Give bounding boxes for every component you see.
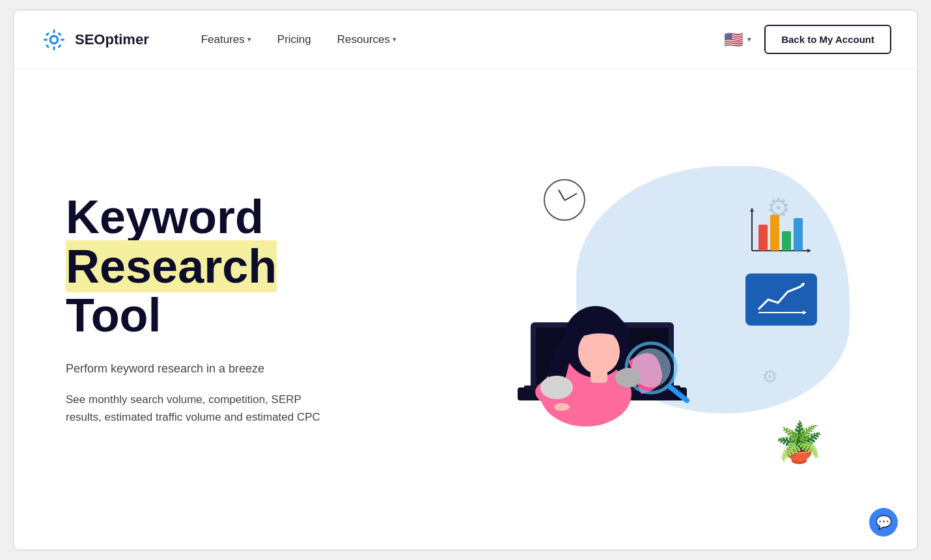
svg-rect-7 [57, 44, 61, 48]
svg-point-1 [51, 37, 57, 42]
logo-link[interactable]: SEOptimer [40, 25, 149, 54]
logo-text: SEOptimer [75, 31, 149, 48]
svg-rect-9 [46, 44, 49, 48]
svg-rect-16 [782, 231, 791, 251]
hero-description: See monthly search volume, competition, … [66, 391, 326, 426]
svg-rect-27 [591, 370, 607, 383]
svg-rect-17 [794, 218, 803, 251]
language-selector[interactable]: 🇺🇸 ▾ [724, 31, 751, 49]
language-chevron-icon: ▾ [747, 35, 751, 44]
svg-rect-6 [46, 32, 49, 36]
svg-rect-3 [53, 46, 55, 50]
svg-rect-15 [770, 215, 779, 251]
plant-icon: 🪴 [775, 419, 824, 466]
chat-bubble-button[interactable]: 💬 [869, 508, 898, 537]
nav-links: Features ▾ Pricing Resources ▾ [201, 33, 396, 46]
features-chevron-icon: ▾ [247, 35, 251, 44]
trend-chart-icon [745, 273, 817, 326]
svg-rect-2 [53, 29, 55, 33]
svg-point-26 [578, 329, 620, 374]
svg-rect-5 [61, 38, 64, 40]
nav-right: 🇺🇸 ▾ Back to My Account [724, 25, 891, 54]
svg-point-33 [554, 403, 570, 411]
hero-right: ⚙ ⚙ ⚙ [391, 95, 878, 524]
svg-rect-8 [57, 32, 61, 36]
hero-subtitle: Perform keyword research in a breeze [66, 360, 391, 378]
chat-icon: 💬 [876, 514, 892, 530]
flag-icon: 🇺🇸 [724, 31, 743, 49]
browser-frame: SEOptimer Features ▾ Pricing Resources ▾… [13, 10, 918, 550]
navbar: SEOptimer Features ▾ Pricing Resources ▾… [14, 10, 917, 69]
main-figure-illustration [465, 192, 713, 466]
nav-features[interactable]: Features ▾ [201, 33, 251, 46]
gear3-icon: ⚙ [762, 366, 778, 387]
svg-rect-4 [44, 38, 48, 40]
nav-resources[interactable]: Resources ▾ [337, 33, 396, 46]
svg-point-32 [615, 368, 641, 387]
hero-title: Keyword Research Tool [66, 193, 391, 341]
svg-rect-14 [758, 225, 768, 251]
illustration: ⚙ ⚙ ⚙ [439, 153, 830, 466]
hero-section: Keyword Research Tool Perform keyword re… [14, 69, 917, 550]
back-to-account-button[interactable]: Back to My Account [764, 25, 891, 54]
hero-left: Keyword Research Tool Perform keyword re… [66, 193, 391, 426]
resources-chevron-icon: ▾ [393, 35, 396, 44]
nav-pricing[interactable]: Pricing [277, 33, 311, 46]
logo-icon [40, 25, 68, 54]
clock-icon [544, 179, 585, 221]
svg-point-31 [540, 376, 573, 399]
bar-chart-icon [745, 205, 811, 257]
